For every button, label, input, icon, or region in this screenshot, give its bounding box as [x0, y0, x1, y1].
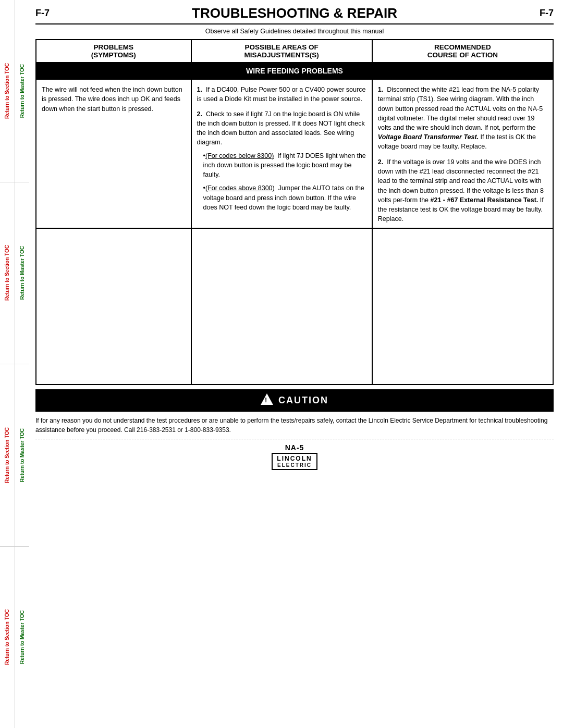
sidebar-section-toc-link-1[interactable]: Return to Section TOC — [4, 63, 10, 119]
recommended-item-2: 2. If the voltage is over 19 volts and t… — [378, 157, 547, 224]
external-resistance-test-label: #21 - #67 External Resistance Test. — [431, 196, 538, 204]
sidebar-group-3: Return to Section TOC Return to Master T… — [0, 364, 29, 546]
caution-triangle-icon — [261, 393, 273, 405]
footer-divider — [35, 439, 554, 439]
brand-logo: LINCOLN ELECTRIC — [272, 453, 317, 470]
sidebar-col-section-toc-2[interactable]: Return to Section TOC — [0, 182, 15, 364]
code-above-8300-label: (For codes above 8300) — [205, 184, 275, 192]
caution-label: CAUTION — [278, 395, 328, 406]
footer-text: If for any reason you do not understand … — [35, 416, 554, 435]
sidebar-group-4: Return to Section TOC Return to Master T… — [0, 546, 29, 729]
page-header: F-7 TROUBLESHOOTING & REPAIR F-7 — [35, 5, 554, 24]
code-below-8300-label: (For codes below 8300) — [205, 152, 274, 159]
brand-line1: LINCOLN — [277, 455, 312, 462]
sidebar-master-toc-link-1[interactable]: Return to Master TOC — [19, 64, 25, 118]
empty-cell-3 — [372, 228, 553, 385]
misadjustment-item-1: 1. If a DC400, Pulse Power 500 or a CV40… — [197, 85, 366, 104]
sidebar: Return to Section TOC Return to Master T… — [0, 0, 29, 728]
empty-cell-2 — [191, 228, 372, 385]
empty-cell-1 — [36, 228, 191, 385]
sidebar-section-toc-link-2[interactable]: Return to Section TOC — [4, 245, 10, 301]
col-header-problems: PROBLEMS(SYMPTOMS) — [36, 40, 191, 63]
empty-row — [36, 228, 553, 385]
page-title: TROUBLESHOOTING & REPAIR — [50, 5, 540, 21]
misadjustment-sub-1: •(For codes below 8300) If light 7J DOES… — [203, 151, 366, 179]
recommended-item-1: 1. Disconnect the white #21 lead from th… — [378, 85, 547, 151]
misadjustments-cell: 1. If a DC400, Pulse Power 500 or a CV40… — [191, 79, 372, 228]
section-title: WIRE FEEDING PROBLEMS — [36, 63, 553, 79]
model-name: NA-5 — [35, 443, 554, 452]
sidebar-col-master-toc-3[interactable]: Return to Master TOC — [15, 364, 30, 546]
footer-bottom: NA-5 LINCOLN ELECTRIC — [35, 443, 554, 470]
logo: LINCOLN ELECTRIC — [35, 452, 554, 470]
recommended-cell: 1. Disconnect the white #21 lead from th… — [372, 79, 553, 228]
sidebar-group-1: Return to Section TOC Return to Master T… — [0, 0, 29, 182]
col-header-misadjustments: POSSIBLE AREAS OFMISADJUSTMENTS(S) — [191, 40, 372, 63]
sidebar-col-section-toc-3[interactable]: Return to Section TOC — [0, 364, 15, 546]
page-number-left: F-7 — [35, 8, 50, 19]
sidebar-col-section-toc-1[interactable]: Return to Section TOC — [0, 0, 15, 182]
brand-line2: ELECTRIC — [277, 462, 312, 468]
sidebar-master-toc-link-4[interactable]: Return to Master TOC — [19, 610, 25, 664]
safety-notice: Observe all Safety Guidelines detailed t… — [35, 28, 554, 35]
voltage-board-test-label: Voltage Board Transformer Test. — [378, 133, 479, 141]
sidebar-section-toc-link-3[interactable]: Return to Section TOC — [4, 427, 10, 483]
sidebar-col-master-toc-4[interactable]: Return to Master TOC — [15, 547, 30, 729]
misadjustment-sub-2: •(For codes above 8300) Jumper the AUTO … — [203, 183, 366, 212]
main-table: PROBLEMS(SYMPTOMS) POSSIBLE AREAS OFMISA… — [35, 39, 554, 385]
sidebar-group-2: Return to Section TOC Return to Master T… — [0, 182, 29, 364]
sidebar-col-master-toc-2[interactable]: Return to Master TOC — [15, 182, 30, 364]
sidebar-col-master-toc-1[interactable]: Return to Master TOC — [15, 0, 30, 182]
col-header-recommended: RECOMMENDEDCOURSE OF ACTION — [372, 40, 553, 63]
problems-cell: The wire will not feed when the inch dow… — [36, 79, 191, 228]
sidebar-master-toc-link-2[interactable]: Return to Master TOC — [19, 246, 25, 300]
problem-description: The wire will not feed when the inch dow… — [42, 86, 182, 112]
page-number-right: F-7 — [540, 8, 554, 19]
table-row: The wire will not feed when the inch dow… — [36, 79, 553, 228]
sidebar-col-section-toc-4[interactable]: Return to Section TOC — [0, 547, 15, 729]
sidebar-master-toc-link-3[interactable]: Return to Master TOC — [19, 428, 25, 482]
caution-bar: CAUTION — [35, 389, 554, 412]
sidebar-section-toc-link-4[interactable]: Return to Section TOC — [4, 609, 10, 665]
misadjustment-item-2: 2. Check to see if light 7J on the logic… — [197, 109, 366, 147]
